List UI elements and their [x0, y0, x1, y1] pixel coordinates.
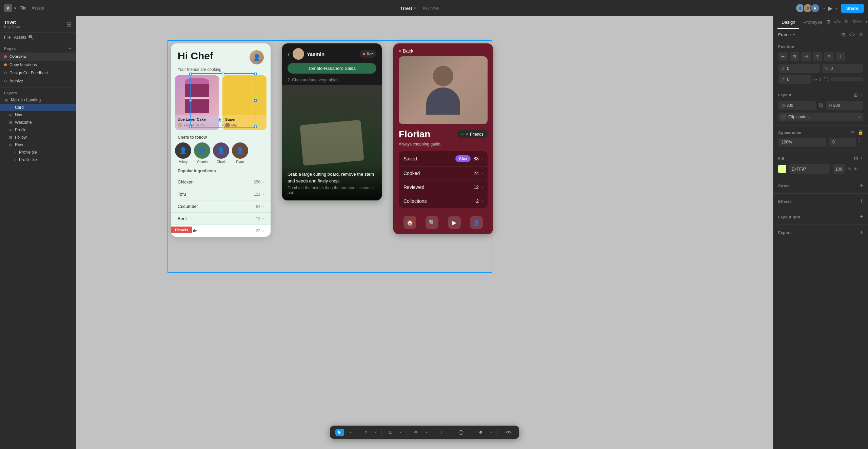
page-dot-archive: [4, 80, 7, 82]
chef-evan: 👤 Evan: [232, 142, 248, 164]
zoom-value[interactable]: 100%: [852, 19, 862, 24]
layer-profile[interactable]: ⊞ Profile: [0, 126, 76, 134]
opacity-field[interactable]: 100%: [778, 138, 826, 147]
play-dropdown[interactable]: ▾: [836, 6, 837, 10]
align-bottom[interactable]: ⊥: [836, 52, 845, 61]
canvas[interactable]: Hi Chef 👤 Your friends are cooking: [76, 16, 773, 449]
frame-settings-icon[interactable]: ⚙: [859, 32, 863, 37]
zoom-arrow[interactable]: ▾: [866, 20, 867, 23]
layout-toggle[interactable]: ⊟: [66, 21, 72, 28]
flip-h-icon[interactable]: ⇔: [813, 77, 817, 82]
file-menu-file[interactable]: File: [4, 35, 11, 40]
resize-icon[interactable]: ⛶: [824, 77, 828, 82]
flip-v-icon[interactable]: ⇕: [818, 77, 822, 82]
layer-nav[interactable]: ⊞ Nav: [0, 111, 76, 119]
tool-select[interactable]: [335, 429, 344, 436]
stroke-add-btn[interactable]: +: [860, 182, 863, 189]
layer-profile-tile-1[interactable]: ◇ Profile tile: [0, 149, 76, 156]
fill-eye-icon[interactable]: 👁: [853, 167, 858, 172]
align-top[interactable]: ⊤: [813, 52, 822, 61]
fill-opacity-field[interactable]: 100: [833, 164, 845, 174]
tool-pen-arrow[interactable]: ▾: [426, 430, 427, 434]
tool-code[interactable]: </>: [503, 428, 514, 436]
topbar-menu-btn[interactable]: ▾: [14, 6, 16, 11]
layer-text-mobile: Mobile / Landing: [11, 98, 41, 102]
tab-prototype[interactable]: Prototype: [799, 16, 826, 29]
frame-code-icon[interactable]: </>: [849, 32, 855, 37]
panel-eye-icon[interactable]: ⚙: [844, 19, 848, 24]
eye-icon[interactable]: 👁: [851, 130, 855, 135]
topbar-file-btn[interactable]: File: [20, 6, 26, 11]
page-item-archive[interactable]: Archive: [0, 77, 76, 85]
nav-home-icon[interactable]: 🏠: [403, 216, 416, 229]
layer-mobile-landing[interactable]: ⊞ Mobile / Landing: [0, 96, 76, 104]
layer-icon-diamond3: ◇: [12, 158, 17, 161]
tool-rect[interactable]: □: [387, 428, 394, 436]
resize-all-icon[interactable]: ⛶: [859, 138, 863, 147]
radius-field[interactable]: 0: [829, 138, 856, 147]
tool-component-arrow[interactable]: ▾: [490, 430, 492, 434]
avatar-dropdown[interactable]: ▾: [823, 6, 825, 10]
chef-yasmin: 👤 Yasmin: [194, 142, 210, 164]
nav-search-icon[interactable]: 🔍: [426, 216, 438, 229]
layer-welcome[interactable]: ⊞ Welcome: [0, 119, 76, 126]
export-add-btn[interactable]: +: [860, 229, 863, 236]
play-button[interactable]: ▶: [828, 5, 832, 12]
clip-arrow[interactable]: ▾: [858, 115, 860, 119]
x-field[interactable]: X 0: [778, 64, 820, 73]
share-button[interactable]: Share: [841, 4, 864, 13]
app-logo[interactable]: F: [4, 4, 12, 12]
tool-component[interactable]: ❖: [477, 428, 485, 436]
layer-card[interactable]: ◇ Card: [0, 104, 76, 111]
right-tabs: Design Prototype ⊞ </> ⚙ 100% ▾: [773, 16, 868, 29]
layer-profile-tile-2[interactable]: ◇ Profile tile: [0, 156, 76, 163]
w-field[interactable]: W 200: [778, 101, 816, 110]
effects-add-btn[interactable]: +: [860, 198, 863, 205]
topbar-assets-btn[interactable]: Assets: [32, 6, 44, 11]
tool-select-arrow[interactable]: ▾: [350, 430, 351, 434]
cake-layer2: [185, 99, 209, 113]
color-swatch[interactable]: [778, 165, 786, 173]
layer-row[interactable]: ⊞ Row: [0, 141, 76, 149]
lock-ratio-icon[interactable]: ⛓: [818, 103, 823, 108]
panel-code-icon[interactable]: </>: [834, 19, 841, 24]
friends-button[interactable]: ✓ ✓ Friends: [457, 130, 488, 138]
page-item-copy[interactable]: Copy Iterations: [0, 61, 76, 69]
page-item-design-crit[interactable]: Design Crit Feedback: [0, 69, 76, 77]
lock-icon[interactable]: 🔒: [858, 130, 863, 135]
align-center-v[interactable]: ⊞: [824, 52, 834, 61]
y-field[interactable]: Y 0: [822, 64, 864, 73]
file-menu-assets[interactable]: Assets: [14, 35, 26, 40]
align-right[interactable]: ⊣: [801, 52, 811, 61]
frame-component-icon[interactable]: ⊞: [841, 32, 845, 37]
fill-value-field[interactable]: E4FF97: [789, 164, 830, 174]
tool-frame-arrow[interactable]: ▾: [374, 430, 376, 434]
fill-style-icon[interactable]: ⊞: [854, 155, 858, 161]
fill-add-icon[interactable]: +: [860, 155, 863, 161]
layer-follow[interactable]: ⊞ Follow: [0, 134, 76, 141]
align-center-h[interactable]: ⊟: [790, 52, 799, 61]
r-field[interactable]: ↺ 0: [778, 75, 811, 84]
clip-checkbox[interactable]: [782, 115, 786, 119]
layout-grid-add-btn[interactable]: +: [860, 213, 863, 220]
tool-rect-arrow[interactable]: ▾: [399, 430, 401, 434]
tab-design[interactable]: Design: [777, 16, 799, 29]
panel-component-icon[interactable]: ⊞: [826, 19, 830, 24]
add-page-btn[interactable]: +: [68, 46, 72, 51]
fill-remove-icon[interactable]: −: [861, 167, 863, 172]
tool-text[interactable]: T: [438, 428, 445, 436]
search-icon[interactable]: 🔍: [28, 35, 34, 40]
h-field[interactable]: H 200: [826, 101, 864, 110]
tool-pen[interactable]: ✏: [412, 428, 420, 436]
layout-add-icon[interactable]: +: [861, 92, 863, 98]
project-dropdown[interactable]: ▾: [414, 6, 416, 11]
tool-frame[interactable]: #: [362, 428, 369, 436]
page-item-overview[interactable]: Overview: [0, 53, 76, 61]
tool-ellipse[interactable]: ◯: [456, 428, 466, 436]
extra-field[interactable]: [830, 77, 863, 81]
layout-grid-icon[interactable]: ⊞: [854, 92, 858, 98]
align-left[interactable]: ⊢: [778, 52, 788, 61]
frame-dropdown-arrow[interactable]: ▾: [793, 33, 795, 37]
nav-profile-icon[interactable]: 👤: [470, 216, 483, 229]
nav-play-icon[interactable]: ▶: [448, 216, 461, 229]
